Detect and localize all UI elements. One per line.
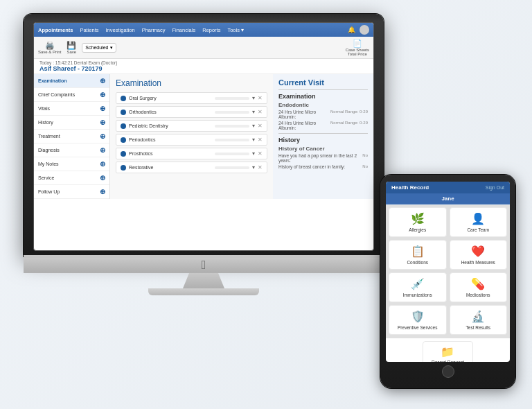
user-avatar[interactable] — [360, 25, 369, 35]
history-row-1: Have you had a pap smear in the last 2 y… — [278, 153, 368, 163]
nav-pharmacy[interactable]: Pharmacy — [142, 27, 166, 33]
sidebar-label-chief: Chief Complaints — [38, 92, 75, 97]
exam-dot — [121, 151, 126, 157]
chevron-down-icon[interactable]: ▾ — [252, 150, 255, 157]
exam-label-ortho: Orthodontics — [129, 110, 212, 114]
sidebar-item-my-notes[interactable]: My Notes ⊕ — [34, 157, 109, 171]
immunizations-label: Immunizations — [403, 293, 432, 297]
case-sheets-button[interactable]: 📄 Case Sheets Total Price — [346, 39, 369, 56]
exam-row-pediatric: Pediatric Dentistry ▾ ✕ — [116, 120, 267, 132]
sidebar-item-service[interactable]: Service ⊕ — [34, 171, 109, 185]
sidebar-item-history[interactable]: History ⊕ — [34, 116, 109, 130]
nav-patients[interactable]: Patients — [80, 27, 98, 33]
current-visit-title: Current Visit — [278, 78, 368, 87]
sidebar-label-vitals: Vitals — [38, 106, 50, 111]
scheduled-dropdown[interactable]: Scheduled ▾ — [82, 43, 116, 53]
exam-label-prostho: Prosthotics — [129, 151, 212, 156]
delete-icon[interactable]: ✕ — [258, 150, 263, 157]
save-button[interactable]: 💾 Save — [66, 42, 76, 54]
nav-appointments[interactable]: Appointments — [38, 27, 73, 33]
sidebar-item-chief-complaints[interactable]: Chief Complaints ⊕ — [34, 88, 109, 102]
endo-row-1: 24 Hrs Urine Micro Albumin: Normal Range… — [278, 110, 368, 119]
ipad-cell-medications[interactable]: 💊 Medications — [450, 272, 508, 302]
exam-label-oral: Oral Surgery — [129, 96, 212, 101]
plus-icon-history: ⊕ — [100, 119, 105, 126]
delete-icon[interactable]: ✕ — [258, 109, 263, 115]
nav-reports[interactable]: Reports — [202, 27, 220, 33]
ipad-user-name: Jane — [386, 193, 510, 204]
exam-bar — [215, 97, 249, 100]
save-label: Save — [67, 50, 77, 54]
history-label-2: History of breast cancer in family: — [278, 164, 362, 169]
medications-icon: 💊 — [471, 277, 485, 290]
ipad-cell-immunizations[interactable]: 💉 Immunizations — [389, 272, 447, 302]
history-cancer-title: History of Cancer — [278, 146, 368, 152]
nav-right: 🔔 — [348, 25, 369, 35]
delete-icon[interactable]: ✕ — [258, 137, 263, 143]
ipad-cell-test-results[interactable]: 🔬 Test Results — [450, 305, 508, 335]
top-nav: Appointments Patients Investigation Phar… — [34, 23, 373, 37]
chevron-down-icon: ▾ — [110, 45, 113, 51]
ipad-home-button[interactable] — [442, 365, 454, 378]
nav-tools[interactable]: Tools ▾ — [227, 27, 244, 33]
sidebar-item-examination[interactable]: Examination ⊕ — [34, 74, 109, 88]
imac-screen: Appointments Patients Investigation Phar… — [33, 22, 374, 251]
delete-icon[interactable]: ✕ — [258, 123, 263, 129]
sidebar-item-vitals[interactable]: Vitals ⊕ — [34, 102, 109, 116]
chevron-down-icon[interactable]: ▾ — [252, 109, 255, 115]
ipad-cell-preventive[interactable]: 🛡️ Preventive Services — [389, 305, 447, 335]
record-request-label: Record Request — [432, 360, 464, 362]
plus-icon-notes: ⊕ — [100, 160, 105, 168]
sidebar-item-treatment[interactable]: Treatment ⊕ — [34, 130, 109, 143]
nav-financials[interactable]: Financials — [172, 27, 195, 33]
sidebar-item-diagnosis[interactable]: Diagnosis ⊕ — [34, 143, 109, 157]
plus-icon-chief: ⊕ — [100, 91, 105, 98]
exam-row-periodontics: Periodontics ▾ ✕ — [116, 134, 267, 146]
ipad-cell-allergies[interactable]: 🌿 Allergies — [389, 207, 447, 237]
ipad-nav: Health Record Sign Out — [386, 182, 510, 193]
sidebar-label-treatment: Treatment — [38, 134, 60, 139]
ipad-cell-record-request[interactable]: 📁 Record Request — [423, 341, 473, 362]
health-measures-label: Health Measures — [461, 260, 495, 265]
ipad-cell-health-measures[interactable]: ❤️ Health Measures — [450, 240, 508, 270]
scheduled-value: Scheduled — [85, 45, 108, 50]
divider — [278, 133, 368, 134]
delete-icon[interactable]: ✕ — [258, 95, 263, 101]
save-print-button[interactable]: 🖨️ Save & Print — [38, 42, 61, 54]
health-measures-icon: ❤️ — [471, 245, 485, 258]
chevron-down-icon[interactable]: ▾ — [252, 137, 255, 143]
divider — [278, 89, 368, 90]
conditions-label: Conditions — [407, 260, 428, 265]
nav-investigation[interactable]: Investigation — [106, 27, 135, 33]
bell-icon[interactable]: 🔔 — [348, 26, 355, 33]
scene: Appointments Patients Investigation Phar… — [10, 7, 522, 402]
ipad-body: Health Record Sign Out Jane 🌿 Allergies … — [380, 175, 515, 388]
endo-value-2: Normal Range: 0-29 — [330, 121, 368, 130]
patient-name: Asif Shareef - 720179 — [39, 65, 368, 72]
exam-row-restorative: Restorative ▾ ✕ — [116, 162, 267, 173]
patient-bar: Today : 15:42:21 Dental Exam (Doctor) As… — [34, 59, 373, 74]
chevron-down-icon[interactable]: ▾ — [252, 95, 255, 101]
imac-neck — [183, 273, 224, 288]
ipad-cell-conditions[interactable]: 📋 Conditions — [389, 240, 447, 270]
sidebar: Examination ⊕ Chief Complaints ⊕ Vitals … — [34, 74, 110, 199]
chevron-down-icon[interactable]: ▾ — [252, 164, 255, 171]
chevron-down-icon[interactable]: ▾ — [252, 123, 255, 129]
endo-label-1: 24 Hrs Urine Micro Albumin: — [278, 110, 330, 119]
exam-bar — [215, 153, 249, 155]
sidebar-item-follow-up[interactable]: Follow Up ⊕ — [34, 185, 109, 199]
exam-bar — [215, 139, 249, 141]
history-row-2: History of breast cancer in family: No — [278, 164, 368, 169]
exam-dot — [121, 110, 126, 115]
screen-content: Appointments Patients Investigation Phar… — [34, 23, 373, 250]
sidebar-label-service: Service — [38, 175, 54, 180]
plus-icon-examination: ⊕ — [100, 77, 105, 85]
plus-icon-treatment: ⊕ — [100, 132, 105, 140]
ipad-cell-care-team[interactable]: 👤 Care Team — [450, 207, 508, 237]
preventive-label: Preventive Services — [398, 325, 437, 330]
ipad-signout-button[interactable]: Sign Out — [486, 185, 504, 190]
exam-dot — [121, 123, 126, 129]
delete-icon[interactable]: ✕ — [258, 164, 263, 171]
medications-label: Medications — [466, 293, 490, 297]
preventive-icon: 🛡️ — [411, 310, 425, 323]
